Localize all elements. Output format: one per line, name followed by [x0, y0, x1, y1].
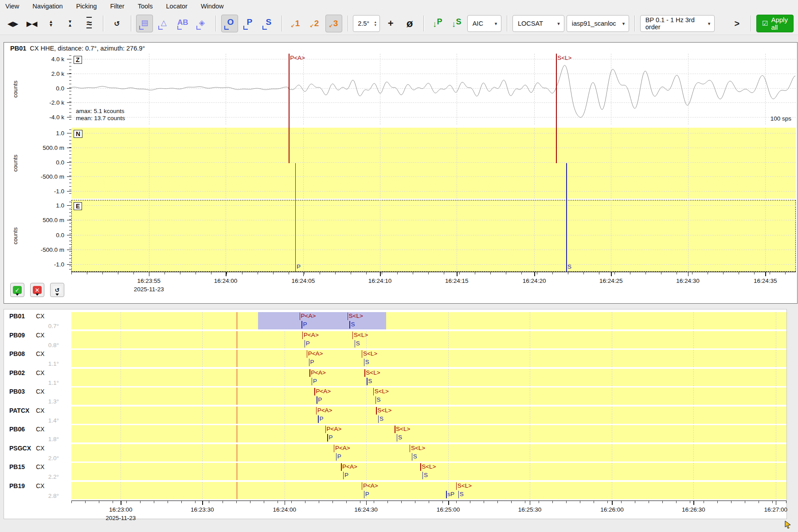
min-max-icon[interactable]: △ [155, 15, 172, 32]
trace-stats: amax: 5.1 kcountsmean: 13.7 counts [76, 108, 125, 122]
revert-button[interactable]: ↺ [50, 283, 64, 297]
marker-label: P<A> [308, 350, 323, 357]
marker-tick [376, 396, 376, 404]
station-trace-track[interactable]: P<A>S<L>PS [71, 312, 786, 329]
marker-tick [307, 350, 308, 358]
amplitude-scale-icon[interactable]: ▤ [136, 15, 153, 32]
apply-all-button[interactable]: ☑Apply all [756, 15, 794, 32]
normalize-waveform-icon[interactable]: ≈ [81, 15, 98, 32]
station-trace-track[interactable]: P<A>S<L>PS [71, 407, 786, 424]
grid-line-vertical [121, 444, 121, 462]
network-code: CX [36, 407, 44, 414]
expand-toolbar-button[interactable]: > [728, 15, 745, 32]
trace-plot-e[interactable]: E [71, 200, 796, 272]
rotation-lock-icon[interactable]: ↺ [109, 15, 125, 32]
y-tick-label: 1.0 [56, 130, 64, 137]
filter-combo[interactable]: BP 0.1 - 1 Hz 3rd order▾ [640, 15, 715, 32]
add-station-button[interactable]: + [382, 15, 399, 32]
angle-range-spinner[interactable]: 2.5°▲▼ [353, 15, 380, 32]
rename-channels-icon[interactable]: AB [174, 15, 191, 32]
expand-vertical-icon[interactable]: ▲ ▼ [43, 15, 59, 32]
station-trace-track[interactable]: P<A>S<L>PsPS [71, 482, 786, 499]
grid-line-vertical [202, 312, 203, 329]
station-trace-track[interactable]: P<A>S<L>PS [71, 444, 786, 462]
station-row-psgcx[interactable]: PSGCXCX2.0°P<A>S<L>PS [4, 444, 786, 462]
axis-time-label: 16:24:00 [214, 278, 238, 284]
station-trace-track[interactable]: P<A>S<L>PS [71, 350, 786, 367]
menu-item-picking[interactable]: Picking [76, 3, 97, 10]
zoom-preset-3-icon[interactable]: ↙3 [325, 15, 342, 32]
station-row-pb01[interactable]: PB01CX0.7°P<A>S<L>PS [4, 312, 786, 329]
marker-tick [336, 453, 337, 461]
menu-item-tools[interactable]: Tools [138, 3, 153, 10]
menu-item-locator[interactable]: Locator [166, 3, 188, 10]
grid-line-vertical [366, 387, 367, 405]
component-stack-icon[interactable]: ◈ [193, 15, 210, 32]
collapse-vertical-icon[interactable]: ▼ ▲ [62, 15, 78, 32]
locator-combo[interactable]: LOCSAT▾ [512, 15, 564, 32]
expand-horizontal-icon[interactable]: ◀▶ [4, 15, 21, 32]
trace-plot-n[interactable]: N [71, 128, 796, 199]
network-code: CX [36, 313, 44, 320]
picker-algorithm-combo[interactable]: AIC▾ [467, 15, 502, 32]
station-row-pb19[interactable]: PB19CX2.8°P<A>S<L>PsPS [4, 482, 786, 499]
menu-item-view[interactable]: View [5, 3, 19, 10]
grid-line-horizontal [71, 191, 796, 192]
marker-tick [458, 491, 459, 498]
station-row-pb15[interactable]: PB15CX2.2°P<A>S<L>PS [4, 463, 786, 480]
station-trace-track[interactable]: P<A>S<L>PS [71, 463, 786, 480]
station-trace-track[interactable]: P<A>S<L>PS [71, 369, 786, 386]
hide-traces-button[interactable]: ø [401, 15, 418, 32]
station-trace-track[interactable]: P<A>S<L>PS [71, 331, 786, 348]
axis-time-label: 16:24:15 [445, 278, 469, 284]
fetch-p-picks-button[interactable]: ↓P [429, 15, 446, 32]
spinner-arrows[interactable]: ▲▼ [374, 20, 377, 27]
grid-line-vertical [765, 200, 766, 272]
grid-line-vertical [202, 350, 203, 367]
zoom-preset-1-icon[interactable]: ↙1 [287, 15, 304, 32]
station-trace-track[interactable]: P<A>S<L>PS [71, 425, 786, 442]
trace-plot-z[interactable]: Zamax: 5.1 kcountsmean: 13.7 counts100 s… [71, 54, 796, 125]
pick-p-icon[interactable]: P [240, 15, 257, 32]
grid-line-vertical [530, 312, 530, 329]
marker-label: S<L> [396, 426, 410, 432]
station-code: PB02 [9, 369, 25, 376]
grid-line-vertical [202, 407, 203, 424]
grid-line-vertical [226, 200, 226, 272]
y-major-tick [67, 250, 71, 250]
station-trace-track[interactable]: P<A>S<L>PS [71, 387, 786, 405]
station-row-patcx[interactable]: PATCXCX1.4°P<A>S<L>PS [4, 407, 786, 424]
grid-line-vertical [121, 331, 121, 348]
grid-line-vertical [121, 482, 121, 499]
station-row-pb02[interactable]: PB02CX1.1°P<A>S<L>PS [4, 369, 786, 386]
fetch-s-picks-button[interactable]: ↓S [448, 15, 465, 32]
axis-time-label: 16:24:35 [754, 278, 777, 284]
menu-item-filter[interactable]: Filter [110, 3, 124, 10]
grid-line-vertical [202, 425, 203, 442]
confirm-button[interactable]: ✓ [10, 283, 24, 297]
axis-major-tick [226, 272, 227, 276]
station-distance: 2.2° [48, 473, 59, 480]
marker-tick [395, 426, 395, 433]
menu-item-window[interactable]: Window [201, 3, 224, 10]
station-row-pb06[interactable]: PB06CX1.8°P<A>S<L>PS [4, 425, 786, 442]
axis-time-label: 16:24:25 [599, 278, 623, 284]
zoom-preset-2-icon[interactable]: ↙2 [306, 15, 323, 32]
menu-item-navigation[interactable]: Navigation [32, 3, 63, 10]
grid-line-vertical [612, 331, 612, 348]
station-row-pb08[interactable]: PB08CX1.1°P<A>S<L>PS [4, 350, 786, 367]
y-major-tick [67, 264, 71, 265]
pick-s-icon[interactable]: S [259, 15, 276, 32]
axis-major-tick [366, 501, 367, 505]
collapse-horizontal-icon[interactable]: ▶◀ [23, 15, 40, 32]
pick-origin-icon[interactable]: O [221, 15, 238, 32]
axis-major-tick [534, 272, 535, 276]
station-row-pb09[interactable]: PB09CX0.8°P<A>S<L>PS [4, 331, 786, 348]
velocity-profile-combo[interactable]: iasp91_scanloc▾ [567, 15, 630, 32]
marker-label: S<L> [411, 445, 425, 451]
marker-label: S [377, 396, 381, 403]
marker-label: S<L> [349, 313, 363, 319]
grid-line-vertical [612, 350, 612, 367]
station-row-pb03[interactable]: PB03CX1.3°P<A>S<L>PS [4, 387, 786, 405]
reject-button[interactable]: ✕ [30, 283, 44, 297]
